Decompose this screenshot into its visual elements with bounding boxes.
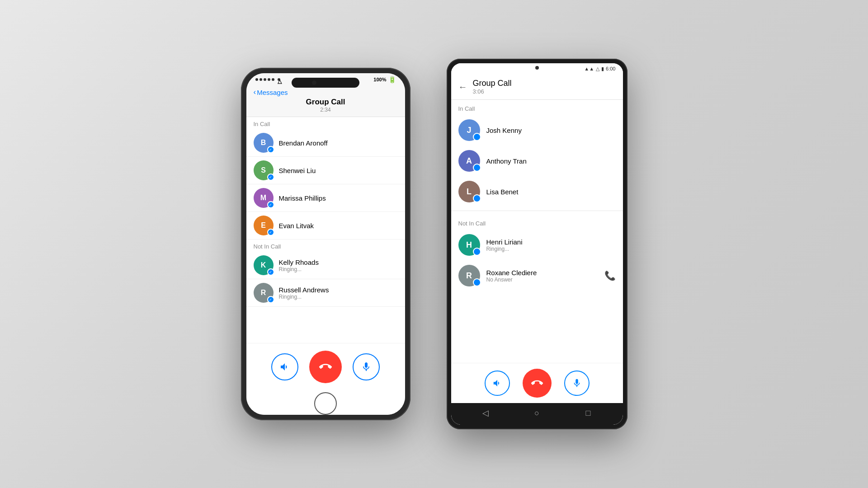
iphone-device: △ 9:41 PM 100% 🔋 ‹ Messages Group Call 2… [241, 68, 410, 420]
android-battery-icon: ▮ [601, 66, 604, 72]
back-button[interactable]: ‹ Messages [254, 88, 288, 97]
android-home-nav-button[interactable]: ○ [531, 408, 542, 418]
contact-info: Josh Kenny [486, 127, 616, 134]
call-icon[interactable]: 📞 [604, 270, 616, 281]
messenger-badge [267, 174, 274, 181]
android-nav-bar: ◁ ○ □ [451, 403, 623, 425]
contact-name: Evan Litvak [279, 222, 398, 230]
avatar: A [458, 150, 480, 172]
list-item: K Kelly Rhoads Ringing... [246, 252, 405, 279]
android-wifi-icon: △ [596, 66, 599, 72]
back-chevron-icon: ‹ [254, 88, 256, 97]
iphone-nav-title: Group Call [306, 98, 345, 107]
list-item: R Russell Andrews Ringing... [246, 279, 405, 307]
in-call-list: B Brendan Aronoff S Shenwei Liu [246, 129, 405, 239]
android-toolbar-text: Group Call 3:06 [473, 79, 616, 95]
list-item: M Marissa Phillips [246, 184, 405, 212]
android-title: Group Call [473, 79, 616, 88]
list-item: L Lisa Benet [451, 176, 623, 207]
avatar: J [458, 119, 480, 141]
messenger-badge [473, 164, 481, 172]
messenger-badge [267, 201, 274, 208]
contact-name: Russell Andrews [279, 286, 398, 294]
avatar: S [254, 160, 274, 180]
messenger-badge [473, 278, 481, 286]
battery-icon: 🔋 [388, 76, 396, 83]
list-item: E Evan Litvak [246, 212, 405, 239]
iphone-status-icons: 100% 🔋 [373, 76, 396, 83]
contact-status: Ringing... [279, 266, 398, 272]
android-subtitle: 3:06 [473, 88, 616, 95]
signal-dots: △ [255, 78, 280, 81]
android-screen: ▲▲ △ ▮ 6:00 ← Group Call 3:06 In Call J … [451, 63, 623, 425]
messenger-badge [267, 268, 274, 276]
contact-name: Kelly Rhoads [279, 258, 398, 266]
iphone-nav-subtitle: 2:34 [320, 107, 330, 113]
contact-status: No Answer [486, 277, 598, 283]
avatar: R [458, 265, 480, 286]
back-label: Messages [257, 89, 288, 96]
android-signal-icon: ▲▲ [584, 66, 594, 71]
messenger-badge [473, 133, 481, 141]
contact-info: Kelly Rhoads Ringing... [279, 258, 398, 272]
contact-name: Anthony Tran [486, 157, 616, 165]
messenger-badge [473, 194, 481, 202]
recent-square-icon: □ [585, 408, 590, 418]
messenger-badge [473, 248, 481, 256]
divider [451, 211, 623, 211]
not-in-call-header: Not In Call [246, 239, 405, 252]
contact-info: Lisa Benet [486, 188, 616, 196]
messenger-badge [267, 229, 274, 236]
contact-info: Marissa Phillips [279, 194, 398, 202]
android-speaker-button[interactable] [485, 371, 510, 396]
home-button[interactable] [314, 392, 337, 415]
avatar: K [254, 255, 274, 275]
android-back-nav-button[interactable]: ◁ [480, 408, 491, 418]
contact-info: Roxane Clediere No Answer [486, 269, 598, 283]
android-call-controls [451, 363, 623, 403]
contact-status: Ringing... [486, 246, 616, 252]
in-call-header: In Call [246, 117, 405, 129]
android-toolbar: ← Group Call 3:06 [451, 74, 623, 100]
contact-info: Anthony Tran [486, 157, 616, 165]
android-in-call-header: In Call [451, 100, 623, 115]
list-item: R Roxane Clediere No Answer 📞 [451, 260, 623, 291]
messenger-badge [267, 146, 274, 153]
contact-name: Henri Liriani [486, 238, 616, 246]
iphone-screen: △ 9:41 PM 100% 🔋 ‹ Messages Group Call 2… [246, 73, 405, 415]
contact-name: Shenwei Liu [279, 167, 398, 174]
end-call-button[interactable] [309, 351, 342, 383]
contact-info: Shenwei Liu [279, 167, 398, 174]
list-item: J Josh Kenny [451, 115, 623, 145]
avatar: M [254, 188, 274, 208]
contact-name: Josh Kenny [486, 127, 616, 134]
contact-info: Evan Litvak [279, 222, 398, 230]
avatar: L [458, 181, 480, 202]
android-back-button[interactable]: ← [458, 82, 467, 92]
android-end-call-button[interactable] [523, 369, 552, 398]
contact-info: Henri Liriani Ringing... [486, 238, 616, 252]
android-status-bar: ▲▲ △ ▮ 6:00 [451, 63, 623, 74]
battery-text: 100% [373, 77, 386, 82]
iphone-home-bar [246, 392, 405, 415]
iphone-time: 9:41 PM [316, 76, 338, 83]
list-item: A Anthony Tran [451, 145, 623, 176]
android-device: ▲▲ △ ▮ 6:00 ← Group Call 3:06 In Call J … [447, 59, 627, 429]
iphone-nav-bar: ‹ Messages Group Call 2:34 [246, 85, 405, 117]
contact-name: Roxane Clediere [486, 269, 598, 277]
android-recent-nav-button[interactable]: □ [583, 408, 594, 418]
back-triangle-icon: ◁ [482, 408, 489, 418]
avatar: B [254, 133, 274, 153]
contact-status: Ringing... [279, 294, 398, 300]
android-mute-button[interactable] [564, 371, 590, 396]
iphone-call-controls [246, 343, 405, 392]
contact-info: Russell Andrews Ringing... [279, 286, 398, 300]
avatar: H [458, 234, 480, 256]
speaker-button[interactable] [271, 353, 298, 380]
avatar: E [254, 216, 274, 235]
not-in-call-list: K Kelly Rhoads Ringing... R Russell Andr… [246, 252, 405, 307]
messenger-badge [267, 296, 274, 303]
contact-info: Brendan Aronoff [279, 139, 398, 147]
android-not-in-call-header: Not In Call [451, 215, 623, 230]
mute-button[interactable] [353, 353, 380, 380]
